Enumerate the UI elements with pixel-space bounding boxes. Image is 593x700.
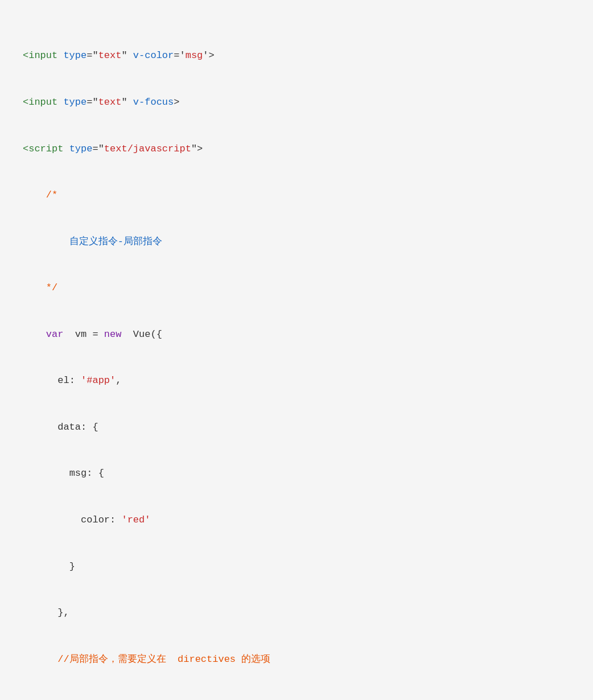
- string-app: '#app': [81, 375, 116, 386]
- code-line: /*: [23, 187, 570, 203]
- code-line: data: {: [23, 419, 570, 435]
- code-line: el: '#app',: [23, 373, 570, 388]
- comment-cn: 自定义指令-局部指令: [69, 236, 162, 247]
- attr-vfocus: v-focus: [133, 97, 174, 108]
- code-editor: <input type="text" v-color='msg'> <input…: [23, 17, 570, 700]
- attr-value-text2: text: [98, 97, 122, 108]
- code-line: <script type="text/javascript">: [23, 141, 570, 157]
- attr-type: type: [63, 50, 87, 61]
- prop-el: el: [57, 375, 69, 386]
- keyword-var: var: [46, 329, 64, 340]
- code-line: //局部指令，需要定义在 directives 的选项: [23, 652, 570, 667]
- prop-data: data: [57, 422, 81, 433]
- code-line: msg: {: [23, 466, 570, 481]
- attr-vcolor: v-color: [133, 50, 174, 61]
- code-line: }: [23, 559, 570, 574]
- attr-type2: type: [63, 97, 87, 108]
- code-line: <input type="text" v-focus>: [23, 94, 570, 110]
- attr-value-text: text: [98, 50, 122, 61]
- string-red: 'red': [121, 514, 150, 525]
- keyword-new: new: [104, 329, 122, 340]
- code-line: },: [23, 605, 570, 620]
- var-vm: vm: [69, 329, 93, 340]
- code-line: color: 'red': [23, 512, 570, 528]
- comment-end: */: [46, 282, 57, 293]
- comment-local-directive: //局部指令，需要定义在 directives 的选项: [57, 654, 270, 665]
- code-line: directives: {: [23, 698, 570, 700]
- tag-open: <input: [23, 50, 57, 61]
- comment-start: /*: [46, 190, 57, 200]
- code-line: 自定义指令-局部指令: [23, 234, 570, 249]
- attr-value-msg: msg: [186, 50, 203, 61]
- code-line: var vm = new Vue({: [23, 327, 570, 342]
- attr-type3: type: [69, 143, 93, 154]
- tag-script: <script: [23, 143, 63, 154]
- prop-msg: msg: [69, 468, 87, 479]
- attr-value-js: text/javascript: [104, 143, 191, 154]
- code-line: */: [23, 280, 570, 295]
- class-vue: Vue: [127, 329, 151, 340]
- code-line: <input type="text" v-color='msg'>: [23, 48, 570, 63]
- prop-color: color: [81, 514, 110, 525]
- tag-open2: <input: [23, 97, 57, 108]
